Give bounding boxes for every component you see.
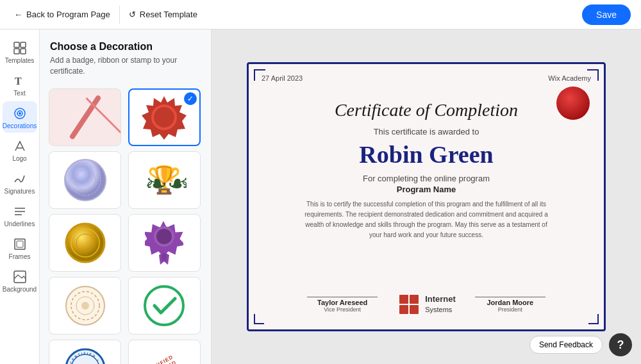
sig-line-2 [475,297,545,297]
decoration-item-ribbon[interactable] [49,88,121,146]
arrow-left-icon: ← [14,10,22,19]
feedback-button[interactable]: Send Feedback [529,336,603,354]
ribbon-visual [60,92,111,143]
cert-logo-text: Internet Systems [425,294,456,314]
holo-badge-svg [63,158,108,203]
cert-date: 27 April 2023 [262,74,303,82]
svg-line-14 [72,98,98,136]
cert-org: Wix Academy [548,74,591,82]
back-label: Back to Program Page [26,10,110,19]
cert-program-intro: For completing the online program [363,174,490,183]
sidebar-item-signatures-label: Signatures [4,188,35,195]
main-layout: Templates T Text Decorations Logo [0,29,641,364]
sig2-title: President [498,306,522,313]
decorations-icon [13,106,27,120]
decoration-item-gold[interactable] [49,214,121,272]
background-icon [13,270,27,284]
decoration-item-green-check[interactable] [128,277,201,335]
sidebar-item-logo[interactable]: Logo [3,134,37,165]
decoration-item-laurel[interactable]: 🏆 ❧ ❧ [128,151,201,209]
panel-header: Choose a Decoration Add a badge, ribbon … [40,29,211,83]
sidebar-item-frames[interactable]: Frames [3,232,37,263]
sidebar-item-logo-label: Logo [12,155,26,162]
gold-coin-svg [63,220,108,265]
icon-sidebar: Templates T Text Decorations Logo [0,29,40,364]
svg-rect-45 [399,305,408,314]
decoration-item-red-seal[interactable]: ✓ [128,88,201,146]
svg-point-28 [156,229,172,244]
cert-body-text: This is to certify the successful comple… [304,199,548,240]
cert-awarded-text: This certificate is awarded to [374,127,479,136]
svg-rect-44 [410,295,419,304]
cert-program-name: Program Name [397,185,456,194]
svg-rect-11 [15,239,25,249]
sig1-title: Vice President [324,306,361,313]
topbar: ← Back to Program Page ↺ Reset Template … [0,0,641,29]
svg-point-18 [65,160,106,201]
back-button[interactable]: ← Back to Program Page [8,6,117,23]
svg-point-17 [154,107,174,128]
sidebar-item-text[interactable]: T Text [3,69,37,100]
underlines-icon [13,204,27,219]
decoration-grid: ✓ [40,83,211,364]
cert-logo-icon [397,292,421,317]
purple-badge-svg [145,220,183,266]
certificate: 27 April 2023 Wix Academy Certificate of… [247,62,606,331]
cert-logo-line1: Internet [425,294,456,305]
topbar-divider [119,6,120,24]
sidebar-item-decorations[interactable]: Decorations [3,101,37,133]
sidebar-item-background[interactable]: Background [3,265,37,296]
text-icon: T [13,74,27,88]
sig-block-2: Jordan Moore President [475,297,545,313]
decoration-item-holo[interactable] [49,151,121,209]
save-button[interactable]: Save [582,4,631,25]
svg-point-35 [145,286,183,325]
svg-point-7 [19,112,21,115]
selected-checkmark: ✓ [184,92,197,105]
sidebar-item-underlines-label: Underlines [4,220,35,228]
svg-rect-46 [410,305,419,314]
sig-block-1: Taylor Areseed Vice President [307,297,378,313]
sidebar-item-underlines[interactable]: Underlines [3,199,37,231]
svg-rect-2 [14,49,19,54]
ribbon-svg [60,92,111,143]
diag-stamp-svg: CERTIFIED CERTIFIED CERTIFIED [142,346,187,364]
svg-rect-3 [21,49,26,54]
decoration-item-blue-stamp[interactable]: CERTIFIED • CERTIFIED • CERTIFIED [49,340,121,364]
sig1-name: Taylor Areseed [317,299,367,306]
cert-recipient-name: Robin Green [359,140,493,169]
frames-icon [13,237,27,251]
corner-br [588,314,599,324]
svg-rect-43 [399,295,408,304]
decoration-item-purple[interactable] [128,214,201,272]
svg-rect-1 [21,42,26,47]
svg-point-34 [81,302,89,310]
reset-button[interactable]: ↺ Reset Template [122,6,204,23]
red-seal-svg [142,95,187,140]
sidebar-item-templates-label: Templates [5,57,35,64]
decoration-item-light-circle[interactable] [49,277,121,335]
sidebar-item-text-label: Text [13,90,25,97]
templates-icon [13,41,27,55]
canvas-area: 27 April 2023 Wix Academy Certificate of… [212,29,641,364]
cert-signatures: Taylor Areseed Vice President Internet S… [274,292,578,317]
decoration-item-diag-stamp[interactable]: CERTIFIED CERTIFIED CERTIFIED [128,340,201,364]
panel-title: Choose a Decoration [50,41,201,53]
green-check-svg [142,283,187,328]
help-button[interactable]: ? [609,333,632,356]
sidebar-item-signatures[interactable]: Signatures [3,167,37,198]
cert-logo: Internet Systems [397,292,456,317]
sig-line-1 [307,297,378,297]
cert-title: Certificate of Completion [335,100,518,120]
svg-text:T: T [15,76,22,87]
laurel-svg: ❧ ❧ [142,161,187,199]
light-circle-svg [63,283,108,328]
sidebar-item-background-label: Background [3,286,37,293]
sidebar-item-templates[interactable]: Templates [3,36,37,67]
cert-logo-line2: Systems [425,306,452,313]
blue-stamp-svg: CERTIFIED • CERTIFIED • CERTIFIED [63,346,108,364]
svg-point-23 [66,224,104,262]
sidebar-item-decorations-label: Decorations [3,122,37,129]
svg-text:❧: ❧ [145,169,167,199]
sidebar-item-frames-label: Frames [9,253,31,260]
